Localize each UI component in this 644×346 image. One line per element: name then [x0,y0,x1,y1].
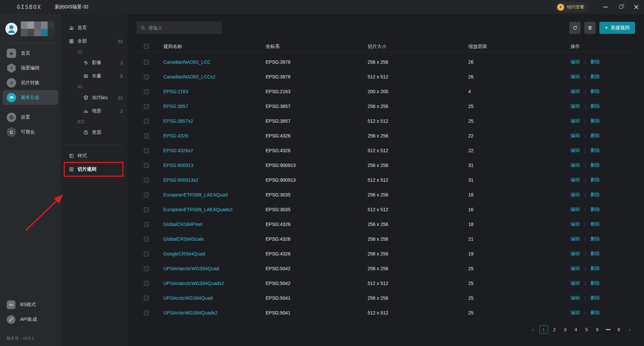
rule-name-link[interactable]: UPSArcticWGS84Quadx2 [163,310,266,315]
row-checkbox[interactable] [144,178,149,183]
delete-link[interactable]: 删除 [590,192,600,198]
row-checkbox[interactable] [144,207,149,212]
edit-link[interactable]: 编辑 [571,148,580,154]
row-checkbox[interactable] [144,281,149,286]
panel-item-矢量[interactable]: 矢量5 [64,69,123,83]
page-button-2[interactable]: 2 [550,325,559,334]
sidebar-item-4[interactable]: 服务分发 [3,90,58,105]
row-checkbox[interactable] [144,148,149,153]
page-button-8[interactable]: 8 [614,325,623,334]
row-checkbox[interactable] [144,119,149,124]
rule-name-link[interactable]: GoogleCRS84Quad [163,251,266,256]
page-button-4[interactable]: 4 [572,325,580,334]
page-button-3[interactable]: 3 [561,325,570,334]
rule-name-link[interactable]: UPSArcticWGS84Quad [163,295,266,301]
next-page-chevron-icon[interactable]: › [625,325,634,334]
rule-name-link[interactable]: EPSG:2163 [163,89,266,94]
panel-item-首页[interactable]: 首页 [64,21,123,35]
page-button-5[interactable]: 5 [582,325,591,334]
delete-link[interactable]: 删除 [590,177,600,183]
rule-name-link[interactable]: EPSG:3857x2 [163,118,266,124]
row-checkbox[interactable] [144,60,149,65]
edit-link[interactable]: 编辑 [571,280,580,286]
rule-name-link[interactable]: EuropeanETRS89_LAEAQuadx2 [163,207,266,212]
rule-name-link[interactable]: CanadianNAD83_LCCx2 [163,74,266,79]
search-input[interactable] [148,25,212,31]
edit-link[interactable]: 编辑 [571,266,580,272]
edit-link[interactable]: 编辑 [571,310,580,316]
delete-selected-button[interactable] [584,22,596,34]
panel-item-影像[interactable]: 影像3 [64,56,123,69]
delete-link[interactable]: 删除 [590,295,600,301]
delete-link[interactable]: 删除 [590,207,600,213]
row-checkbox[interactable] [144,89,149,94]
rule-name-link[interactable]: EPSG:3857 [163,104,266,109]
edit-link[interactable]: 编辑 [571,162,580,168]
edit-link[interactable]: 编辑 [571,59,580,65]
sidebar-footer-item[interactable]: API集成 [0,312,61,327]
sidebar-footer-item[interactable]: <>BS模式 [0,297,61,312]
delete-link[interactable]: 删除 [590,251,600,257]
sidebar-item-5[interactable]: 设置 [3,110,58,125]
delete-link[interactable]: 删除 [590,74,600,80]
row-checkbox[interactable] [144,222,149,227]
sidebar-item-1[interactable]: 首页 [3,46,58,61]
delete-link[interactable]: 删除 [590,59,600,65]
delete-link[interactable]: 删除 [590,133,600,139]
rule-name-link[interactable]: GlobalCRS84Scale [163,236,266,242]
sidebar-item-6[interactable]: C可视化 [3,125,58,139]
row-checkbox[interactable] [144,310,149,315]
row-checkbox[interactable] [144,266,149,271]
delete-link[interactable]: 删除 [590,266,600,272]
row-checkbox[interactable] [144,104,149,109]
user-account-row[interactable] [0,14,61,36]
refresh-button[interactable] [569,22,581,34]
edit-link[interactable]: 编辑 [571,251,580,257]
edit-link[interactable]: 编辑 [571,177,580,183]
page-button-1[interactable]: 1 [539,325,548,334]
rule-name-link[interactable]: CanadianNAD83_LCC [163,59,266,65]
rule-name-link[interactable]: UPSAntarcticWGS84Quad [163,266,266,271]
renew-plan-button[interactable]: 续约套餐 [555,2,589,12]
delete-link[interactable]: 删除 [590,103,600,109]
rule-name-link[interactable]: UPSAntarcticWGS84Quadx2 [163,281,266,286]
edit-link[interactable]: 编辑 [571,133,580,139]
page-button-6[interactable]: 6 [593,325,602,334]
rule-name-link[interactable]: EPSG:4326 [163,133,266,138]
row-checkbox[interactable] [144,296,149,301]
delete-link[interactable]: 删除 [590,148,600,154]
prev-page-chevron-icon[interactable]: ‹ [529,325,537,334]
edit-link[interactable]: 编辑 [571,236,580,242]
delete-link[interactable]: 删除 [590,280,600,286]
delete-link[interactable]: 删除 [590,236,600,242]
row-checkbox[interactable] [144,251,149,256]
rule-name-link[interactable]: GlobalCRS84Pixel [163,222,266,227]
panel-item-资源[interactable]: 资源 [64,126,123,139]
panel-item-样式[interactable]: 样式 [64,149,123,163]
new-rule-button[interactable]: + 新建规则 [599,22,635,34]
edit-link[interactable]: 编辑 [571,207,580,213]
avatar[interactable] [5,23,17,35]
row-checkbox[interactable] [144,133,149,138]
close-button[interactable] [629,0,644,14]
edit-link[interactable]: 编辑 [571,295,580,301]
restore-button[interactable] [613,0,629,14]
panel-item-3DTiles[interactable]: 3DTiles22 [64,91,123,104]
edit-link[interactable]: 编辑 [571,89,580,95]
delete-link[interactable]: 删除 [590,89,600,95]
page-ellipsis[interactable]: ••• [604,325,612,334]
minimize-button[interactable] [598,0,613,14]
row-checkbox[interactable] [144,192,149,197]
sidebar-item-2[interactable]: Y场景编辑 [3,61,58,75]
edit-link[interactable]: 编辑 [571,103,580,109]
row-checkbox[interactable] [144,237,149,242]
delete-link[interactable]: 删除 [590,118,600,124]
delete-link[interactable]: 删除 [590,162,600,168]
row-checkbox[interactable] [144,74,149,79]
panel-item-全部[interactable]: 全部32 [64,35,123,48]
panel-item-地形[interactable]: 地形2 [64,104,123,118]
panel-item-切片规则[interactable]: 切片规则 [64,163,123,176]
row-checkbox[interactable] [144,163,149,168]
edit-link[interactable]: 编辑 [571,192,580,198]
edit-link[interactable]: 编辑 [571,221,580,227]
